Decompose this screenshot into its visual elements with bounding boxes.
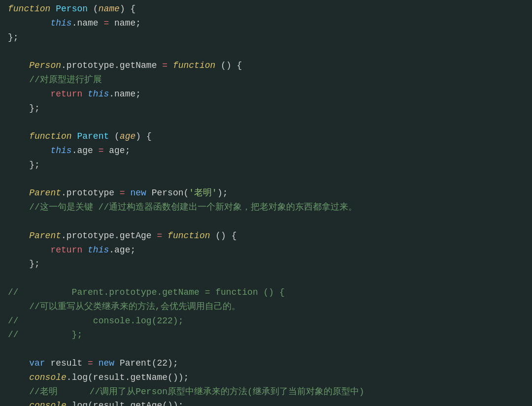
code-line-1: function Person ( name ) { [0,2,532,16]
code-line-6: return this .name; [0,87,532,101]
code-line-blank2 [0,115,532,129]
code-line-13: Parent .prototype.getAge = function () { [0,229,532,243]
code-line-22: //老明 //调用了从Person原型中继承来的方法(继承到了当前对象的原型中) [0,385,532,399]
code-line-blank4 [0,215,532,229]
code-line-19: // }; [0,328,532,342]
code-line-5: //对原型进行扩展 [0,73,532,87]
code-line-14: return this .age; [0,243,532,257]
code-line-20: var result = new Parent(22); [0,356,532,371]
code-line-2: this .name = name; [0,16,532,31]
code-line-18: // console.log(222); [0,314,532,328]
code-line-10: }; [0,158,532,172]
code-line-blank5 [0,271,532,285]
code-line-8: function Parent ( age ) { [0,129,532,144]
code-line-4: Person .prototype.getName = function () … [0,59,532,73]
code-line-15: }; [0,257,532,271]
code-line-7: }; [0,101,532,116]
code-line-blank1 [0,44,532,59]
code-line-12: //这一句是关键 //通过构造器函数创建出一个新对象，把老对象的东西都拿过来。 [0,200,532,215]
code-line-16: // Parent.prototype.getName = function (… [0,285,532,300]
code-line-blank3 [0,172,532,187]
code-line-9: this .age = age; [0,144,532,158]
keyword-function: function [8,2,50,16]
code-line-3: }; [0,31,532,45]
code-line-17: //可以重写从父类继承来的方法,会优先调用自己的。 [0,300,532,314]
code-editor: function Person ( name ) { this .name = … [0,0,532,406]
code-line-21: console .log(result.getName()); [0,371,532,385]
function-name-person: Person [56,2,88,16]
code-line-blank6 [0,342,532,356]
code-line-11: Parent .prototype = new Person( '老明' ); [0,186,532,200]
code-line-23: console .log(result.getAge()); [0,399,532,406]
